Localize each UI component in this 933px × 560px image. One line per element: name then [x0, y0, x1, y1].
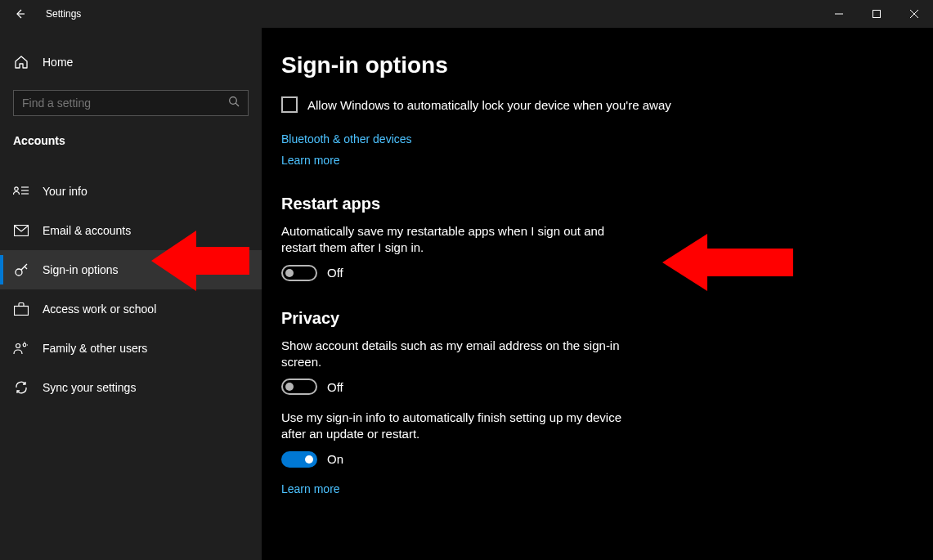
privacy-toggle-1[interactable]: [281, 379, 317, 395]
restart-desc: Automatically save my restartable apps w…: [281, 223, 641, 257]
sidebar-item-label: Email & accounts: [43, 224, 131, 237]
restart-apps-toggle[interactable]: [281, 265, 317, 281]
svg-point-5: [230, 97, 237, 105]
bluetooth-link[interactable]: Bluetooth & other devices: [281, 132, 933, 146]
page-title: Sign-in options: [281, 52, 933, 78]
search-icon: [228, 96, 240, 110]
sidebar-item-work[interactable]: Access work or school: [0, 289, 262, 329]
minimize-icon: [835, 10, 843, 18]
svg-point-12: [16, 269, 22, 276]
minimize-button[interactable]: [820, 0, 858, 28]
privacy-toggle2-label: On: [327, 452, 343, 466]
svg-rect-2: [873, 11, 881, 18]
svg-point-16: [16, 344, 20, 348]
search-box[interactable]: [13, 90, 249, 116]
sidebar-item-label: Sync your settings: [43, 381, 136, 394]
sidebar-item-sync[interactable]: Sync your settings: [0, 368, 262, 407]
sidebar-item-your-info[interactable]: Your info: [0, 172, 262, 211]
svg-line-13: [21, 264, 27, 270]
mail-icon: [13, 225, 29, 236]
sidebar-item-label: Sign-in options: [43, 263, 119, 276]
privacy-heading: Privacy: [281, 309, 933, 328]
home-icon: [13, 55, 29, 69]
svg-point-17: [23, 343, 26, 347]
svg-rect-15: [15, 307, 29, 316]
restart-heading: Restart apps: [281, 195, 933, 213]
privacy-toggle-2[interactable]: [281, 451, 317, 468]
sidebar-item-email[interactable]: Email & accounts: [0, 211, 262, 250]
content: Sign-in options Allow Windows to automat…: [262, 28, 933, 560]
sidebar-item-label: Your info: [43, 185, 87, 198]
sidebar: Home Accounts Your info Emai: [0, 28, 262, 560]
maximize-button[interactable]: [858, 0, 895, 28]
group-label: Accounts: [0, 116, 262, 155]
user-card-icon: [13, 185, 29, 198]
svg-point-7: [15, 187, 18, 190]
close-icon: [910, 10, 918, 18]
auto-lock-checkbox-row[interactable]: Allow Windows to automatically lock your…: [281, 96, 933, 113]
sidebar-item-signin[interactable]: Sign-in options: [0, 250, 262, 289]
sidebar-item-family[interactable]: Family & other users: [0, 329, 262, 368]
sync-icon: [13, 380, 29, 395]
auto-lock-label: Allow Windows to automatically lock your…: [307, 98, 671, 112]
sidebar-item-label: Family & other users: [43, 342, 147, 355]
search-input[interactable]: [22, 96, 207, 110]
learn-more-link[interactable]: Learn more: [281, 154, 933, 167]
people-icon: [13, 342, 29, 355]
sidebar-item-label: Access work or school: [43, 302, 156, 316]
svg-line-14: [25, 267, 27, 269]
titlebar: Settings: [0, 0, 933, 28]
learn-more-link-2[interactable]: Learn more: [281, 482, 933, 495]
maximize-icon: [872, 10, 881, 18]
home-button[interactable]: Home: [0, 46, 262, 78]
restart-toggle-label: Off: [327, 266, 343, 280]
briefcase-icon: [13, 302, 29, 316]
privacy-desc2: Use my sign-in info to automatically fin…: [281, 410, 641, 443]
window-title: Settings: [46, 8, 81, 20]
privacy-desc1: Show account details such as my email ad…: [281, 338, 641, 371]
svg-line-6: [235, 103, 239, 106]
back-button[interactable]: [0, 0, 39, 28]
arrow-left-icon: [13, 7, 26, 20]
privacy-toggle1-label: Off: [327, 380, 343, 394]
key-icon: [13, 262, 29, 277]
home-label: Home: [43, 56, 73, 69]
checkbox-icon[interactable]: [281, 96, 298, 113]
close-button[interactable]: [895, 0, 933, 28]
